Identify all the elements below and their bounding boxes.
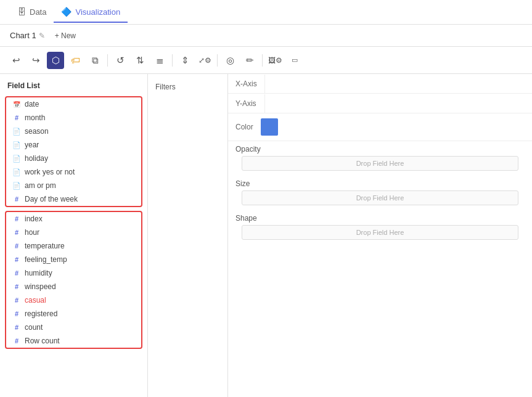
- date-icon: 📅: [12, 101, 21, 108]
- toolbar-separator-2: [172, 54, 173, 67]
- sort-desc-button[interactable]: ≣: [151, 52, 168, 69]
- winspeed-label: winspeed: [25, 282, 56, 291]
- month-hash-icon: #: [12, 114, 21, 121]
- chart-title: Chart 1 ✎: [10, 31, 45, 40]
- visualization-tab-icon: 🔷: [61, 7, 72, 17]
- field-item-count[interactable]: # count: [6, 321, 141, 334]
- registered-hash-icon: #: [12, 310, 21, 317]
- holiday-doc-icon: 📄: [12, 155, 21, 163]
- opacity-label: Opacity: [235, 145, 525, 153]
- yaxis-row: Y-Axis: [228, 94, 532, 113]
- field-item-date[interactable]: 📅 date: [6, 97, 141, 111]
- screen-button[interactable]: ▭: [286, 52, 303, 69]
- field-item-day-of-week[interactable]: # Day of the week: [6, 192, 141, 206]
- index-label: index: [25, 215, 43, 223]
- registered-label: registered: [25, 309, 57, 318]
- size-drop-zone[interactable]: Drop Field Here: [242, 190, 518, 205]
- shape-label: Shape: [235, 214, 525, 223]
- toolbar-separator-4: [262, 54, 263, 67]
- hour-label: hour: [25, 228, 39, 237]
- field-list-panel: Field List 📅 date # month 📄 season 📄 yea…: [0, 74, 148, 397]
- toolbar-separator-3: [217, 54, 218, 67]
- opacity-section: Opacity Drop Field Here: [228, 141, 532, 176]
- field-item-registered[interactable]: # registered: [6, 307, 141, 321]
- date-label: date: [25, 100, 39, 108]
- ampm-label: am or pm: [25, 181, 56, 190]
- dayofweek-label: Day of the week: [25, 195, 78, 203]
- top-tabs-bar: 🗄 Data 🔷 Visualization: [0, 0, 532, 25]
- count-label: count: [25, 323, 43, 332]
- sort-updown-button[interactable]: ⇕: [176, 52, 194, 69]
- tab-visualization[interactable]: 🔷 Visualization: [54, 2, 128, 23]
- main-area: Field List 📅 date # month 📄 season 📄 yea…: [0, 74, 532, 397]
- work-doc-icon: 📄: [12, 168, 21, 176]
- data-tab-label: Data: [30, 7, 46, 17]
- target-button[interactable]: ◎: [221, 52, 239, 69]
- feelingtemp-label: feeling_temp: [25, 255, 67, 264]
- filters-section: Filters: [148, 79, 227, 94]
- field-item-index[interactable]: # index: [6, 212, 141, 226]
- expand-button[interactable]: ⤢⚙: [196, 52, 213, 69]
- count-hash-icon: #: [12, 324, 21, 331]
- visualization-tab-label: Visualization: [75, 7, 120, 17]
- casual-label: casual: [25, 296, 46, 305]
- field-section-2: # index # hour # temperature # feeling_t…: [5, 211, 142, 349]
- toolbar: ↩ ↪ ⬡ 🏷 ⧉ ↺ ⇅ ≣ ⇕ ⤢⚙ ◎ ✏ 🖼⚙ ▭: [0, 47, 532, 74]
- new-chart-button[interactable]: + New: [51, 30, 80, 41]
- field-item-month[interactable]: # month: [6, 111, 141, 125]
- feelingtemp-hash-icon: #: [12, 256, 21, 263]
- xaxis-row: X-Axis: [228, 74, 532, 94]
- redo-button[interactable]: ↪: [27, 52, 44, 69]
- yaxis-label: Y-Axis: [228, 94, 265, 113]
- data-tab-icon: 🗄: [17, 7, 26, 17]
- color-label: Color: [235, 123, 253, 131]
- pen-button[interactable]: ✏: [241, 52, 258, 69]
- field-item-am-pm[interactable]: 📄 am or pm: [6, 179, 141, 192]
- color-swatch[interactable]: [261, 118, 278, 136]
- filters-label: Filters: [148, 79, 227, 94]
- size-section: Size Drop Field Here: [228, 176, 532, 210]
- tag-button[interactable]: 🏷: [67, 52, 84, 69]
- casual-hash-icon: #: [12, 297, 21, 304]
- tab-data[interactable]: 🗄 Data: [10, 2, 54, 23]
- rowcount-label: Row count: [25, 337, 60, 345]
- year-label: year: [25, 141, 39, 149]
- opacity-drop-zone[interactable]: Drop Field Here: [242, 156, 518, 171]
- field-item-work[interactable]: 📄 work yes or not: [6, 165, 141, 179]
- refresh-button[interactable]: ↺: [112, 52, 129, 69]
- field-item-season[interactable]: 📄 season: [6, 125, 141, 138]
- index-hash-icon: #: [12, 215, 21, 223]
- field-item-temperature[interactable]: # temperature: [6, 239, 141, 253]
- chart-bar: Chart 1 ✎ + New: [0, 25, 532, 47]
- field-item-casual[interactable]: # casual: [6, 293, 141, 307]
- yaxis-value[interactable]: [265, 97, 532, 110]
- size-label: Size: [235, 179, 525, 188]
- cube-button[interactable]: ⬡: [47, 52, 64, 69]
- undo-button[interactable]: ↩: [7, 52, 25, 69]
- temperature-label: temperature: [25, 242, 65, 250]
- field-list-header: Field List: [0, 79, 147, 94]
- sort-asc-button[interactable]: ⇅: [131, 52, 149, 69]
- right-area: X-Axis Y-Axis Color Opacity Drop Field H…: [228, 74, 532, 397]
- field-item-row-count[interactable]: # Row count: [6, 334, 141, 348]
- humidity-label: humidity: [25, 269, 52, 277]
- color-row: Color: [228, 113, 532, 141]
- xaxis-value[interactable]: [265, 78, 532, 90]
- field-item-winspeed[interactable]: # winspeed: [6, 280, 141, 293]
- chart-edit-icon[interactable]: ✎: [39, 31, 45, 40]
- xaxis-label: X-Axis: [228, 75, 265, 93]
- field-item-hour[interactable]: # hour: [6, 226, 141, 239]
- hour-hash-icon: #: [12, 229, 21, 236]
- layers-button[interactable]: ⧉: [86, 52, 104, 69]
- field-item-holiday[interactable]: 📄 holiday: [6, 152, 141, 165]
- chart-title-text: Chart 1: [10, 31, 36, 40]
- field-item-humidity[interactable]: # humidity: [6, 266, 141, 280]
- shape-drop-zone[interactable]: Drop Field Here: [242, 225, 518, 240]
- ampm-doc-icon: 📄: [12, 182, 21, 190]
- field-item-year[interactable]: 📄 year: [6, 138, 141, 152]
- rowcount-hash-icon: #: [12, 337, 21, 345]
- field-item-feeling-temp[interactable]: # feeling_temp: [6, 253, 141, 266]
- image-button[interactable]: 🖼⚙: [266, 52, 284, 69]
- year-doc-icon: 📄: [12, 141, 21, 149]
- humidity-hash-icon: #: [12, 269, 21, 277]
